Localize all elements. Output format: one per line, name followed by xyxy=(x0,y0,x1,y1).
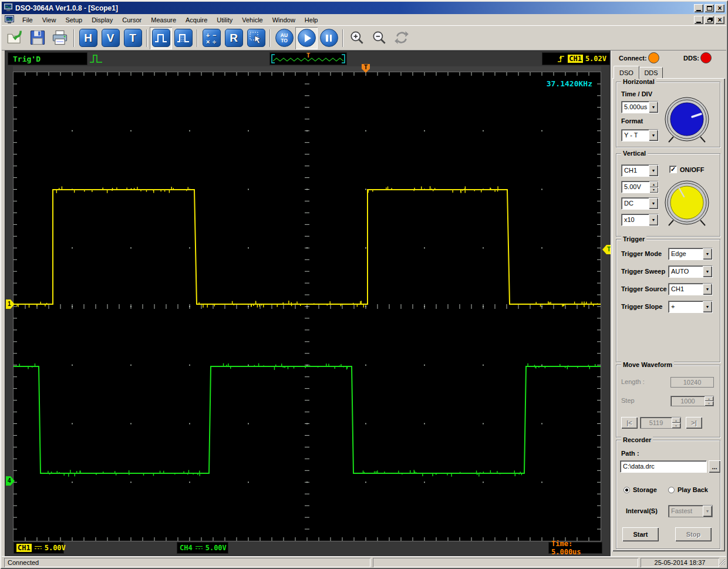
position-stepper: 5119 ▲▼ xyxy=(640,417,681,429)
open-icon xyxy=(6,29,24,48)
menu-display[interactable]: Display xyxy=(87,15,117,25)
save-button[interactable] xyxy=(26,27,49,49)
trigger-sweep-select[interactable]: AUTO▼ xyxy=(668,265,713,278)
step-stepper: 1000 ▲▼ xyxy=(670,396,714,406)
channel-select[interactable]: CH1▼ xyxy=(621,164,659,177)
chevron-down-icon[interactable]: ▼ xyxy=(649,165,658,176)
run-button[interactable] xyxy=(295,27,318,49)
trigger-readout: CH1 5.02V xyxy=(542,52,610,65)
storage-radio[interactable]: Storage xyxy=(623,486,657,493)
spin-up-icon[interactable]: ▲ xyxy=(649,181,658,187)
probe-select[interactable]: x10▼ xyxy=(621,214,659,226)
chevron-down-icon[interactable]: ▼ xyxy=(649,102,658,113)
menu-file[interactable]: File xyxy=(18,15,38,25)
open-button[interactable] xyxy=(4,27,26,49)
format-select[interactable]: Y - T▼ xyxy=(621,129,659,142)
maximize-icon[interactable] xyxy=(705,4,714,12)
trigger-slope-select[interactable]: +▼ xyxy=(668,301,713,313)
play-icon xyxy=(298,29,316,47)
menu-utility[interactable]: Utility xyxy=(212,15,237,25)
refresh-icon xyxy=(393,29,410,47)
dds-indicator xyxy=(700,52,712,63)
menu-cursor[interactable]: Cursor xyxy=(117,15,146,25)
minimize-icon[interactable] xyxy=(694,4,703,12)
resize-grip-icon[interactable] xyxy=(718,558,726,567)
chevron-down-icon[interactable]: ▼ xyxy=(649,130,658,141)
menu-view[interactable]: View xyxy=(38,15,61,25)
toolbar-separator xyxy=(146,29,147,47)
math-button[interactable]: +−×÷ xyxy=(200,27,223,49)
vertical-group: Vertical CH1▼ ✓ON/OFF 5.00V ▲▼ DC▼ x10▼ xyxy=(616,153,720,237)
refresh-button[interactable] xyxy=(390,27,413,49)
scope-display[interactable]: 37.1420KHz xyxy=(13,72,601,541)
title-bar[interactable]: DSO-3064A Ver1.0.8 - [Scope1] × xyxy=(2,2,726,14)
status-spacer xyxy=(373,558,638,567)
cursor-button[interactable] xyxy=(245,27,267,49)
start-button[interactable]: Start xyxy=(622,527,659,541)
horizontal-knob[interactable] xyxy=(663,96,710,146)
menu-help[interactable]: Help xyxy=(300,15,323,25)
spin-down-icon[interactable]: ▼ xyxy=(649,187,658,193)
menu-window[interactable]: Window xyxy=(268,15,300,25)
browse-button[interactable]: ... xyxy=(709,460,720,473)
trigger-source-label: Trigger Source xyxy=(621,285,667,292)
horizontal-group: Horizontal Time / DIV 5.000us▼ Format Y … xyxy=(616,82,720,147)
cursor-icon xyxy=(247,29,265,47)
step-label: Step xyxy=(621,397,635,404)
chevron-down-icon[interactable]: ▼ xyxy=(703,284,712,295)
coupling-select[interactable]: DC▼ xyxy=(621,197,659,210)
chevron-down-icon[interactable]: ▼ xyxy=(649,198,658,209)
path-input[interactable]: C:\data.drc xyxy=(620,460,707,473)
vertical-knob[interactable] xyxy=(663,180,710,229)
tab-dso[interactable]: DSO xyxy=(614,66,639,79)
volts-div-stepper[interactable]: 5.00V ▲▼ xyxy=(621,181,659,193)
preview-trigger-marker[interactable]: T xyxy=(306,52,311,59)
format-label: Format xyxy=(621,117,643,124)
trigger-mode-select[interactable]: Edge▼ xyxy=(668,248,713,260)
pulse-train-button[interactable] xyxy=(172,27,194,49)
chevron-down-icon[interactable]: ▼ xyxy=(703,266,712,277)
document-icon[interactable] xyxy=(5,15,14,24)
mdi-minimize-icon[interactable] xyxy=(694,16,703,24)
tab-dds[interactable]: DDS xyxy=(639,67,663,78)
pulse-button[interactable] xyxy=(150,27,172,49)
menu-vehicle[interactable]: Vehicle xyxy=(237,15,267,25)
time-measure-button[interactable]: T xyxy=(122,27,144,49)
scope-area: Trig'D T CH1 5.02V 37.1420KHz 1 4 T T CH… xyxy=(5,50,611,556)
pause-button[interactable] xyxy=(318,27,340,49)
print-icon xyxy=(51,29,69,48)
chevron-down-icon[interactable]: ▼ xyxy=(703,248,712,260)
dds-label: DDS: xyxy=(683,55,699,62)
horizontal-measure-button[interactable]: H xyxy=(77,27,99,49)
playback-radio[interactable]: Play Back xyxy=(668,486,708,493)
radio-icon[interactable] xyxy=(668,487,675,493)
close-icon[interactable]: × xyxy=(715,4,724,12)
check-icon[interactable]: ✓ xyxy=(669,166,677,173)
chevron-down-icon[interactable]: ▼ xyxy=(703,301,712,312)
trigger-source-select[interactable]: CH1▼ xyxy=(668,283,713,295)
menu-acquire[interactable]: Acquire xyxy=(181,15,212,25)
ch4-scale-readout: CH4 5.00V xyxy=(177,542,228,554)
waveform-preview[interactable]: T xyxy=(269,52,347,65)
auto-set-button[interactable]: AUTO xyxy=(273,27,295,49)
time-div-select[interactable]: 5.000us▼ xyxy=(621,101,659,113)
print-button[interactable] xyxy=(49,27,71,49)
datetime-status: 25-05-2014 18:37 xyxy=(641,558,719,567)
menu-measure[interactable]: Measure xyxy=(146,15,181,25)
chevron-down-icon[interactable]: ▼ xyxy=(649,214,658,225)
menu-setup[interactable]: Setup xyxy=(60,15,87,25)
spin-up-icon: ▲ xyxy=(705,396,713,401)
timebase-readout: Time: 5.000us xyxy=(548,542,602,554)
zoom-out-button[interactable] xyxy=(368,27,390,49)
channel-onoff-checkbox[interactable]: ✓ON/OFF xyxy=(669,166,705,173)
app-icon xyxy=(4,3,13,13)
trigger-slope-label: Trigger Slope xyxy=(621,303,662,310)
radio-selected-icon[interactable] xyxy=(623,487,630,493)
pause-icon xyxy=(320,29,338,47)
zoom-in-button[interactable] xyxy=(346,27,368,49)
mdi-restore-icon[interactable] xyxy=(705,16,714,24)
app-window: DSO-3064A Ver1.0.8 - [Scope1] × File Vie… xyxy=(0,0,728,569)
mdi-close-icon[interactable]: × xyxy=(715,16,724,24)
reference-button[interactable]: R xyxy=(223,27,245,49)
vertical-measure-button[interactable]: V xyxy=(99,27,122,49)
